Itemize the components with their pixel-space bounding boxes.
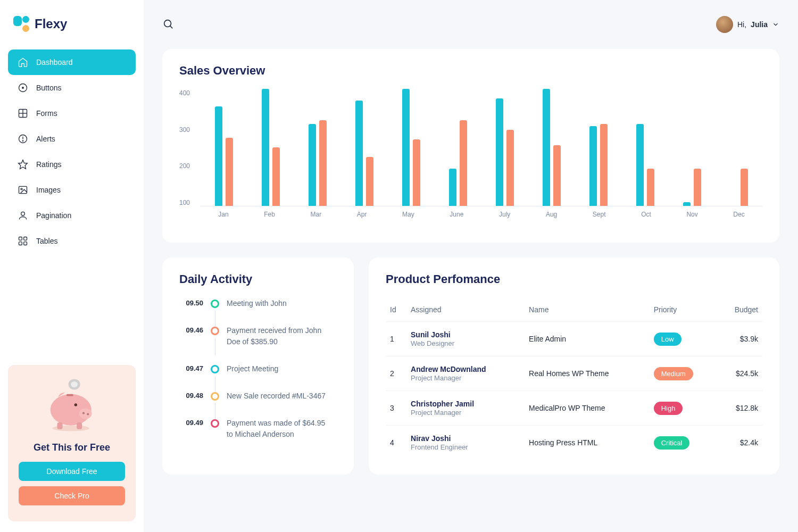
svg-rect-13 [24, 237, 27, 240]
nav-label: Forms [36, 109, 57, 118]
products-table: IdAssignedNamePriorityBudget 1Sunil Josh… [386, 298, 762, 460]
svg-line-28 [170, 26, 173, 28]
activity-item: 09.46Payment received from John Doe of $… [179, 325, 337, 347]
bar [647, 169, 654, 206]
table-row: 3Christopher JamilProject ManagerMedical… [386, 391, 762, 426]
bar [636, 124, 644, 206]
download-free-button[interactable]: Download Free [19, 462, 125, 481]
user-icon [18, 210, 28, 221]
topbar: Hi, Julia [162, 11, 779, 49]
cell-budget: $3.9k [717, 322, 762, 356]
products-title: Product Perfomance [386, 272, 762, 286]
timeline-dot-icon [211, 327, 219, 335]
bar [683, 202, 691, 206]
bar-group [543, 89, 561, 206]
bar-group [215, 106, 233, 206]
column-header: Id [386, 298, 406, 322]
tiles-icon [18, 236, 28, 246]
logo[interactable]: Flexy [8, 11, 136, 45]
sidebar-item-dashboard[interactable]: Dashboard [8, 49, 136, 75]
user-name: Julia [751, 20, 768, 29]
product-performance-card: Product Perfomance IdAssignedNamePriorit… [369, 257, 779, 475]
activity-time: 09.48 [179, 390, 203, 402]
cell-id: 1 [386, 322, 406, 356]
grid-icon [18, 108, 28, 119]
bar-group [262, 89, 280, 206]
sidebar-item-forms[interactable]: Forms [8, 101, 136, 126]
avatar [716, 16, 733, 33]
bar [589, 126, 597, 206]
cell-priority: High [650, 391, 717, 426]
y-tick: 300 [179, 126, 190, 134]
x-tick: Oct [641, 211, 651, 218]
user-menu[interactable]: Hi, Julia [716, 16, 779, 33]
chevron-down-icon [772, 21, 779, 28]
search-button[interactable] [162, 18, 174, 31]
table-row: 4Nirav JoshiFrontend EngineerHosting Pre… [386, 426, 762, 460]
cell-assigned: Andrew McDownlandProject Manager [406, 356, 525, 391]
sidebar-item-tables[interactable]: Tables [8, 228, 136, 254]
timeline-dot-icon [211, 300, 219, 308]
chart-title: Sales Overview [179, 64, 762, 78]
bar-group [683, 169, 701, 206]
x-tick: Jan [218, 211, 228, 218]
x-tick: May [402, 211, 414, 218]
svg-point-10 [21, 188, 22, 190]
check-pro-button[interactable]: Check Pro [19, 486, 125, 505]
nav-label: Ratings [36, 160, 61, 169]
bar [215, 106, 222, 206]
svg-point-11 [21, 212, 25, 215]
x-tick: Feb [264, 211, 275, 218]
bar-group [636, 124, 654, 206]
search-icon [162, 18, 174, 30]
timeline-dot-icon [211, 365, 219, 373]
column-header: Name [525, 298, 650, 322]
sidebar-item-alerts[interactable]: Alerts [8, 126, 136, 152]
x-tick: Nov [686, 211, 697, 218]
cell-budget: $12.8k [717, 391, 762, 426]
svg-point-23 [74, 403, 78, 406]
activity-text: Payment was made of $64.95 to Michael An… [227, 418, 333, 440]
home-icon [18, 57, 28, 68]
bar-group [589, 124, 608, 206]
activity-item: 09.48New Sale recorded #ML-3467 [179, 390, 337, 402]
nav-label: Alerts [36, 135, 55, 143]
column-header: Budget [717, 298, 762, 322]
cell-priority: Critical [650, 426, 717, 460]
svg-rect-26 [66, 394, 73, 396]
bar [262, 89, 269, 206]
cell-name: MedicalPro WP Theme [525, 391, 650, 426]
cell-assigned: Sunil JoshiWeb Designer [406, 322, 525, 356]
bar [553, 145, 561, 206]
priority-badge: Low [654, 332, 681, 346]
cell-assigned: Christopher JamilProject Manager [406, 391, 525, 426]
priority-badge: Critical [654, 436, 690, 450]
cell-name: Real Homes WP Theme [525, 356, 650, 391]
activity-title: Daily Activity [179, 272, 337, 286]
table-row: 2Andrew McDownlandProject ManagerReal Ho… [386, 356, 762, 391]
svg-marker-8 [19, 160, 28, 169]
priority-badge: High [654, 402, 683, 415]
greeting: Hi, [737, 20, 746, 29]
sidebar-item-images[interactable]: Images [8, 177, 136, 203]
sidebar-item-pagination[interactable]: Pagination [8, 203, 136, 228]
cell-priority: Medium [650, 356, 717, 391]
svg-rect-12 [19, 237, 22, 240]
activity-text: Project Meeting [227, 363, 278, 375]
activity-item: 09.47Project Meeting [179, 363, 337, 375]
sales-chart: 400300200100 JanFebMarAprMayJuneJulyAugS… [179, 89, 762, 228]
bar [449, 169, 456, 206]
cell-budget: $2.4k [717, 426, 762, 460]
svg-point-18 [71, 381, 78, 387]
promo-card: Get This for Free Download Free Check Pr… [8, 365, 136, 521]
cell-priority: Low [650, 322, 717, 356]
sidebar-item-ratings[interactable]: Ratings [8, 152, 136, 177]
bar-group [355, 101, 373, 206]
column-header: Assigned [406, 298, 525, 322]
nav-label: Dashboard [36, 58, 73, 66]
sidebar: Flexy DashboardButtonsFormsAlertsRatings… [0, 0, 144, 532]
sidebar-item-buttons[interactable]: Buttons [8, 75, 136, 101]
activity-time: 09.49 [179, 418, 203, 440]
circle-dot-icon [18, 82, 28, 93]
bar [319, 120, 327, 206]
